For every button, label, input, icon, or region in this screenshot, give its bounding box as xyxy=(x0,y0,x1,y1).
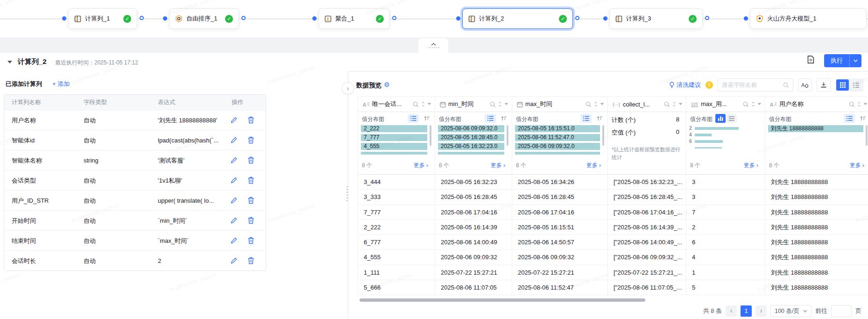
output-port[interactable] xyxy=(575,16,579,20)
delete-button[interactable] xyxy=(247,237,255,244)
sort-icon[interactable] xyxy=(857,101,861,107)
preview-column-header[interactable]: A用户名称 xyxy=(765,97,868,112)
list-view-toggle[interactable] xyxy=(850,79,862,91)
edit-button[interactable] xyxy=(230,237,238,244)
mini-scrollbar[interactable] xyxy=(430,125,431,146)
preview-column-header[interactable]: {···}collect_l... xyxy=(608,97,686,112)
distribution-bar[interactable]: 2_222 xyxy=(361,125,427,132)
search-icon[interactable] xyxy=(743,101,749,107)
search-icon[interactable] xyxy=(586,101,592,107)
sort-icon[interactable] xyxy=(672,101,676,107)
input-port[interactable] xyxy=(456,16,460,21)
add-calc-column-button[interactable]: + 添加 xyxy=(52,80,70,88)
search-input[interactable] xyxy=(722,82,780,88)
edit-button[interactable] xyxy=(230,136,238,144)
pipeline-node[interactable]: Σ聚合_1✓ xyxy=(318,8,390,29)
distribution-bar[interactable]: 2025-08-05 16:32:23.0 xyxy=(438,143,504,150)
distribution-bar[interactable]: 2025-08-06 09:09:32.0 xyxy=(438,125,504,132)
edit-button[interactable] xyxy=(230,116,238,124)
output-port[interactable] xyxy=(140,16,144,20)
delete-button[interactable] xyxy=(247,156,255,164)
preview-settings-gear-icon[interactable]: ⚙ xyxy=(384,81,390,88)
column-menu-caret-icon[interactable] xyxy=(757,103,762,106)
preview-column-header[interactable]: A唯一会话... xyxy=(358,97,435,112)
horizontal-scrollbar[interactable] xyxy=(360,298,645,302)
distribution-view-toggle[interactable] xyxy=(580,114,592,123)
sort-by-count-icon[interactable] xyxy=(860,115,866,121)
pipeline-node[interactable]: 自由排序_1✓ xyxy=(169,8,239,29)
mini-scrollbar[interactable] xyxy=(602,125,604,146)
sort-icon[interactable] xyxy=(498,101,502,107)
pipeline-node[interactable]: 火山方舟大模型_1 xyxy=(750,8,867,29)
distribution-view-toggle[interactable] xyxy=(485,114,496,123)
field-search-box[interactable] xyxy=(718,78,793,92)
input-port[interactable] xyxy=(312,16,317,21)
log-document-icon[interactable] xyxy=(807,56,814,65)
sort-by-count-button[interactable] xyxy=(424,115,430,123)
delete-button[interactable] xyxy=(247,136,255,144)
column-menu-caret-icon[interactable] xyxy=(600,103,604,106)
download-button[interactable] xyxy=(817,78,831,92)
distribution-bar[interactable]: 2025-08-05 16:28:45.0 xyxy=(438,134,504,141)
sort-icon[interactable] xyxy=(421,101,425,107)
input-port[interactable] xyxy=(744,16,748,21)
field-type-settings-button[interactable]: A xyxy=(798,78,812,92)
input-port[interactable] xyxy=(62,16,66,21)
sort-by-count-icon[interactable] xyxy=(501,115,507,121)
output-port[interactable] xyxy=(392,16,396,20)
run-button[interactable]: 执行 xyxy=(824,54,849,67)
sort-icon[interactable] xyxy=(751,101,755,107)
warning-badge[interactable]: ! xyxy=(706,81,713,89)
pipeline-canvas[interactable]: 计算列_1✓自由排序_1✓Σ聚合_1✓计算列_2✓计算列_3✓火山方舟大模型_1 xyxy=(0,0,868,37)
mini-scrollbar[interactable] xyxy=(866,125,868,146)
edit-button[interactable] xyxy=(230,156,238,164)
input-port[interactable] xyxy=(163,16,167,21)
distribution-bar[interactable]: 2025-08-05 16:15:51.0 xyxy=(515,125,600,132)
column-menu-caret-icon[interactable] xyxy=(504,103,508,106)
edit-button[interactable] xyxy=(230,197,238,204)
goto-page-input[interactable] xyxy=(831,305,852,317)
search-icon[interactable] xyxy=(490,101,496,107)
sort-by-count-icon[interactable] xyxy=(597,115,603,121)
preview-column-header[interactable]: 123max_用... xyxy=(686,97,765,112)
edit-button[interactable] xyxy=(230,177,238,184)
sort-icon[interactable] xyxy=(594,101,598,107)
mini-scrollbar[interactable] xyxy=(507,125,508,146)
distribution-bar[interactable]: 4_555 xyxy=(361,143,427,150)
run-split-button[interactable]: 执行 xyxy=(824,54,861,67)
distribution-view-toggle[interactable] xyxy=(844,114,855,123)
current-page-button[interactable]: 1 xyxy=(741,305,752,317)
page-size-select[interactable]: 100 条/页 xyxy=(770,305,812,317)
output-port[interactable] xyxy=(705,16,709,20)
delete-button[interactable] xyxy=(247,257,255,264)
expand-panel-button[interactable]: › xyxy=(342,82,354,94)
resize-handle[interactable] xyxy=(346,186,348,201)
distribution-view-toggle[interactable] xyxy=(408,114,419,123)
delete-button[interactable] xyxy=(247,177,255,184)
delete-button[interactable] xyxy=(247,116,255,124)
distribution-bar[interactable]: 刘先生 18888888888 xyxy=(768,125,863,132)
preview-column-header[interactable]: min_时间 xyxy=(435,97,512,112)
search-icon[interactable] xyxy=(664,101,670,107)
prev-page-button[interactable]: ‹ xyxy=(726,305,737,317)
input-port[interactable] xyxy=(603,16,607,21)
edit-button[interactable] xyxy=(230,257,238,264)
next-page-button[interactable]: › xyxy=(755,305,767,317)
more-link[interactable]: 更多 › xyxy=(586,162,601,170)
more-link[interactable]: 更多 › xyxy=(744,162,758,170)
search-icon[interactable] xyxy=(849,101,855,107)
column-menu-caret-icon[interactable] xyxy=(678,103,683,106)
sort-by-count-icon[interactable] xyxy=(424,115,430,121)
pipeline-node[interactable]: 计算列_3✓ xyxy=(609,8,703,29)
more-link[interactable]: 更多 › xyxy=(491,162,505,170)
sort-by-count-button[interactable] xyxy=(597,115,603,123)
more-link[interactable]: 更多 › xyxy=(414,162,428,170)
column-menu-caret-icon[interactable] xyxy=(863,103,868,106)
more-link[interactable]: 更多 › xyxy=(850,162,864,170)
delete-button[interactable] xyxy=(247,197,255,204)
pipeline-node[interactable]: 计算列_1✓ xyxy=(68,8,137,29)
search-icon[interactable] xyxy=(413,101,419,107)
run-options-caret[interactable] xyxy=(849,54,861,67)
delete-button[interactable] xyxy=(247,217,255,224)
collapse-canvas-tab[interactable] xyxy=(418,38,448,53)
